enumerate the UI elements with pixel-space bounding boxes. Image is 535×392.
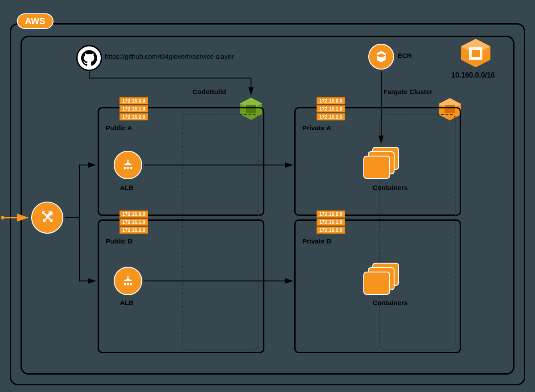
cidr: 172.16.1.0 [119, 105, 148, 112]
cidr: 172.16.2.0 [317, 113, 345, 120]
private-b-label: Private B [302, 237, 331, 245]
public-b-cidrs: 172.16.0.0 172.16.1.0 172.16.2.0 [119, 210, 148, 234]
codebuild-label: CodeBuild [193, 88, 226, 95]
cidr: 172.16.2.0 [119, 227, 148, 234]
containers-b-icon [362, 261, 402, 299]
svg-rect-12 [364, 156, 390, 178]
vpc-cidr-label: 10.160.0.0/16 [451, 71, 495, 79]
cidr: 172.16.0.0 [119, 97, 148, 104]
private-a-cidrs: 172.16.0.0 172.16.1.0 172.16.2.0 [317, 97, 345, 120]
containers-b-label: Containers [373, 299, 407, 306]
github-url: https://github.com/t04glovern/service-sl… [105, 53, 234, 60]
ecr-icon [368, 44, 394, 70]
cidr: 172.16.1.0 [119, 219, 148, 226]
ecr-label: ECR [398, 52, 412, 59]
public-b-label: Public B [106, 237, 132, 245]
fargate-label: Fargate Cluster [383, 88, 432, 95]
cidr: 172.16.0.0 [119, 210, 148, 218]
github-icon [76, 45, 102, 71]
containers-a-icon [362, 145, 402, 183]
cidr: 172.16.0.0 [317, 210, 345, 218]
public-a-label: Public A [106, 124, 132, 132]
alb-icon-a [114, 151, 142, 179]
public-a-cidrs: 172.16.0.0 172.16.1.0 172.16.2.0 [119, 97, 148, 120]
cidr: 172.16.2.0 [119, 113, 148, 120]
svg-rect-15 [364, 272, 390, 294]
containers-a-label: Containers [373, 184, 407, 191]
alb-icon-b [114, 267, 142, 295]
cidr: 172.16.0.0 [317, 97, 345, 104]
private-b-cidrs: 172.16.0.0 172.16.1.0 172.16.2.0 [317, 210, 345, 234]
alb-b-label: ALB [120, 299, 134, 306]
cidr: 172.16.1.0 [317, 105, 345, 112]
svg-point-16 [1, 216, 4, 219]
vpc-service-icon [458, 37, 493, 70]
cidr: 172.16.2.0 [317, 227, 345, 234]
ingress-icon [31, 202, 63, 234]
alb-a-label: ALB [120, 184, 134, 191]
svg-rect-3 [472, 50, 480, 57]
aws-cloud-badge: AWS [17, 13, 54, 29]
private-a-label: Private A [302, 124, 331, 132]
cidr: 172.16.1.0 [317, 219, 345, 226]
